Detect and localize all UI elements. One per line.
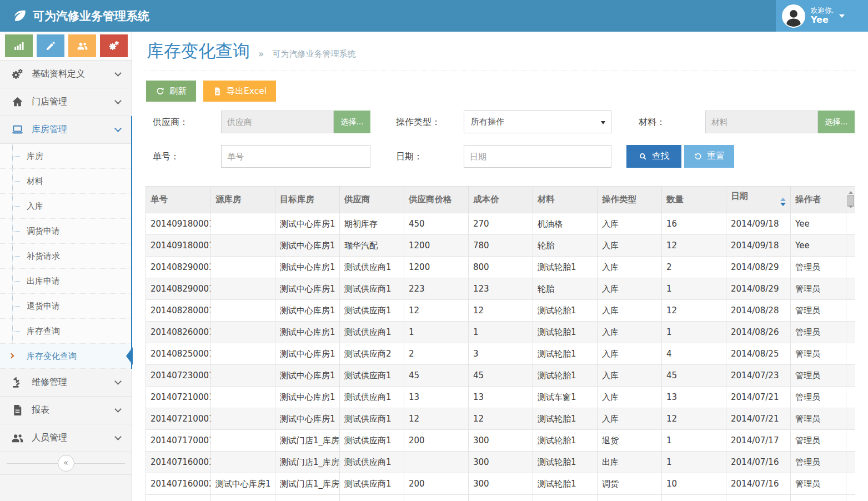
export-excel-button[interactable]: 导出Excel: [203, 81, 276, 102]
sidebar-subitem-label: 出库申请: [27, 276, 60, 286]
table-cell: 测试供应商1: [340, 278, 404, 300]
scrollbar-down-arrow-icon[interactable]: [849, 206, 853, 211]
refresh-button[interactable]: 刷新: [146, 81, 196, 102]
sidebar-item-report[interactable]: 报表: [0, 397, 132, 424]
table-cell: 2014/07/21: [726, 387, 791, 408]
date-input[interactable]: [464, 145, 611, 168]
column-header-9[interactable]: 数量: [662, 187, 726, 213]
column-header-8[interactable]: 操作类型: [598, 187, 662, 213]
sidebar-subitem-1[interactable]: 库房: [0, 144, 132, 169]
sidebar-collapse-button[interactable]: «: [58, 455, 74, 472]
scrollbar-up-arrow-icon[interactable]: [849, 189, 853, 194]
column-header-5[interactable]: 供应商价格: [404, 187, 469, 213]
sidebar-item-staff[interactable]: 人员管理: [0, 424, 132, 452]
scrollbar-thumb[interactable]: [847, 195, 854, 207]
column-header-1[interactable]: 单号: [146, 187, 211, 213]
chevron-down-icon: [114, 69, 122, 77]
users-shortcut-button[interactable]: [68, 34, 96, 57]
table-cell: 12: [404, 300, 469, 322]
sidebar-item-repair[interactable]: 维修管理: [0, 369, 132, 397]
pencil-shortcut-button[interactable]: [37, 34, 64, 57]
sidebar-subitem-3[interactable]: 入库: [0, 194, 132, 219]
material-label: 材料：: [639, 111, 665, 133]
column-header-label: 供应商价格: [409, 194, 452, 204]
table-cell: 223: [404, 278, 469, 300]
table-cell: 管理员: [791, 322, 846, 343]
table-cell: 入库: [598, 387, 662, 408]
supplier-select-button[interactable]: 选择...: [334, 111, 370, 133]
column-header-4[interactable]: 供应商: [340, 187, 404, 213]
table-cell: [404, 452, 469, 473]
column-header-6[interactable]: 成本价: [469, 187, 533, 213]
table-cell: 1: [662, 322, 726, 343]
table-cell: 201407160003: [146, 452, 211, 473]
sidebar-item-label: 人员管理: [32, 432, 67, 444]
material-select-button[interactable]: 选择...: [818, 111, 855, 133]
sidebar-subitem-4[interactable]: 调货申请: [0, 219, 132, 244]
table-cell: 2: [404, 343, 469, 365]
table-cell: [469, 495, 533, 501]
bar-chart-shortcut-button[interactable]: [5, 34, 33, 57]
operation-type-select[interactable]: 所有操作: [464, 111, 611, 133]
users-icon: [11, 432, 24, 444]
table-cell: 测试供应商2: [340, 343, 404, 365]
user-panel[interactable]: 欢迎你, Yee: [776, 0, 868, 32]
table-cell-filler: [846, 257, 856, 278]
brand[interactable]: 可为汽修业务管理系统: [12, 0, 149, 32]
table-cell: 2014/08/28: [726, 300, 791, 322]
table-cell: 调货: [598, 473, 662, 495]
table-cell: 入库: [598, 408, 662, 430]
table-cell: 2014/09/18: [726, 213, 791, 235]
column-header-label: 数量: [666, 194, 684, 204]
table-cell: [211, 235, 275, 257]
table-cell: [146, 495, 211, 501]
sidebar-item-warehouse[interactable]: 库房管理: [0, 116, 132, 144]
sidebar-item-store[interactable]: 门店管理: [0, 88, 132, 116]
table-cell: 780: [469, 235, 533, 257]
gears-shortcut-button[interactable]: [100, 34, 128, 57]
table-cell-filler: [846, 343, 856, 365]
column-header-10[interactable]: 日期: [726, 187, 791, 213]
table-cell: 退货: [598, 430, 662, 452]
order-no-input[interactable]: [221, 145, 370, 168]
table-cell: 测试轮胎1: [533, 257, 598, 278]
sidebar-subitem-label: 退货申请: [27, 301, 60, 311]
sidebar-subitem-5[interactable]: 补货请求: [0, 244, 132, 269]
page-header: 库存变化查询 » 可为汽修业务管理系统: [144, 32, 856, 71]
table-scrollbar[interactable]: [846, 187, 855, 213]
table-cell: 12: [662, 235, 726, 257]
table-cell: [662, 495, 726, 501]
pencil-icon: [45, 40, 57, 52]
table-cell: [211, 387, 275, 408]
sidebar-subitem-9[interactable]: 库存变化查询: [0, 344, 132, 369]
table-row: 201408290001测试中心库房1测试供应商1223123轮胎入库12014…: [146, 278, 856, 300]
bar-chart-icon: [13, 40, 25, 52]
table-cell: 12: [469, 300, 533, 322]
sidebar-subitem-2[interactable]: 材料: [0, 169, 132, 194]
table-cell: [211, 300, 275, 322]
column-header-label: 操作者: [795, 194, 821, 204]
supplier-input[interactable]: [221, 111, 334, 133]
table-cell: 测试中心库房1: [275, 278, 340, 300]
reset-button[interactable]: 重置: [684, 145, 734, 168]
column-header-2[interactable]: 源库房: [211, 187, 275, 213]
table-cell: [211, 430, 275, 452]
material-input[interactable]: [705, 111, 818, 133]
sidebar-subitem-8[interactable]: 库存查询: [0, 319, 132, 344]
table-cell: 1200: [404, 257, 469, 278]
refresh-icon: [155, 87, 165, 96]
column-header-11[interactable]: 操作者: [791, 187, 846, 213]
search-button[interactable]: 查找: [626, 145, 681, 168]
table-cell: 测试门店1_库房: [275, 473, 340, 495]
table-cell: 1: [662, 278, 726, 300]
column-header-7[interactable]: 材料: [533, 187, 598, 213]
sidebar-subitem-6[interactable]: 出库申请: [0, 269, 132, 294]
sidebar-item-basic-data[interactable]: 基础资料定义: [0, 61, 132, 88]
column-header-3[interactable]: 目标库房: [275, 187, 340, 213]
table-cell: 测试轮胎1: [533, 473, 598, 495]
table-cell: [211, 343, 275, 365]
sidebar-subitem-7[interactable]: 退货申请: [0, 294, 132, 319]
gears-icon: [11, 68, 24, 81]
table-cell: 1: [662, 452, 726, 473]
table-cell: 测试轮胎1: [533, 343, 598, 365]
